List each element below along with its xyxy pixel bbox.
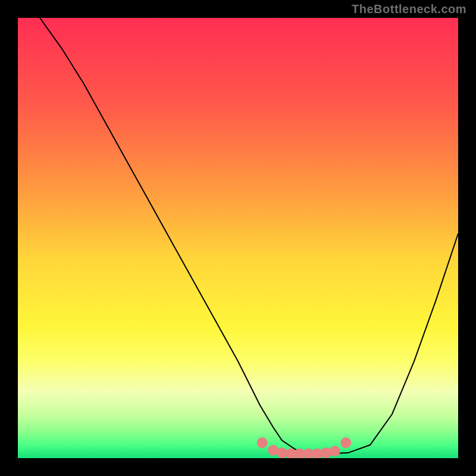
highlight-marker-group [257,437,352,458]
highlight-dot [257,437,268,448]
chart-frame: TheBottleneck.com [0,0,476,476]
bottleneck-chart [18,18,458,458]
highlight-dot [330,446,340,456]
highlight-dot [340,437,351,448]
plot-area [18,18,458,458]
bottleneck-curve-line [40,18,458,454]
watermark-text: TheBottleneck.com [352,2,466,16]
